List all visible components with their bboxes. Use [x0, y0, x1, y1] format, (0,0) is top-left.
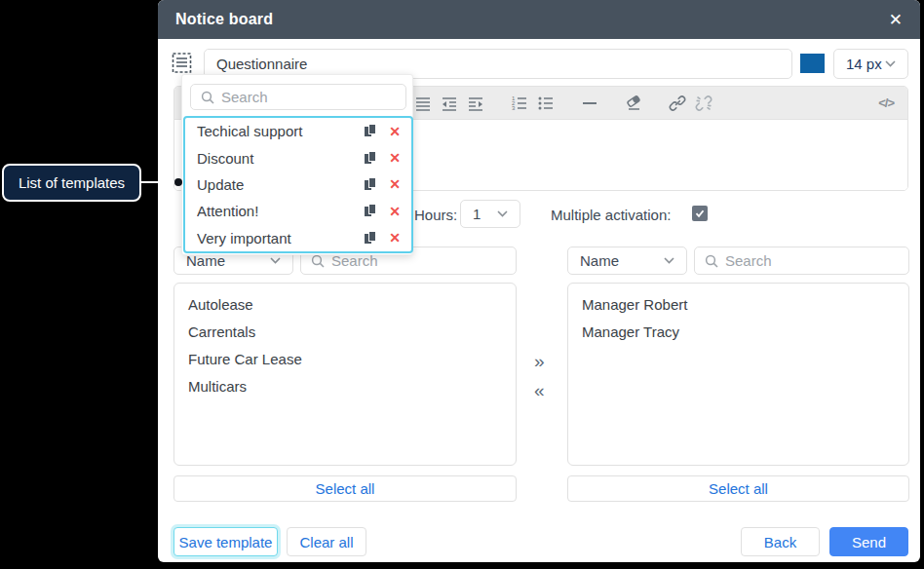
callout-label: List of templates: [19, 174, 125, 191]
managers-list: Manager Robert Manager Tracy: [567, 283, 909, 466]
font-size-value: 14 px: [846, 56, 882, 72]
delete-icon[interactable]: ✕: [389, 125, 401, 138]
template-name: Very important: [197, 230, 365, 247]
ordered-list-icon[interactable]: 123: [511, 95, 528, 112]
right-select-all-button[interactable]: Select all: [567, 475, 909, 502]
list-item[interactable]: Multicars: [174, 373, 516, 400]
move-left-icon[interactable]: «: [534, 381, 545, 399]
list-item[interactable]: Autolease: [174, 291, 516, 319]
callout-connector-dot: [174, 178, 182, 186]
bullet-list-icon[interactable]: [537, 95, 555, 112]
delete-icon[interactable]: ✕: [389, 205, 401, 218]
horizontal-rule-icon[interactable]: [581, 95, 598, 112]
hours-value: 1: [473, 206, 481, 222]
list-item[interactable]: Future Car Lease: [174, 346, 516, 373]
list-item[interactable]: Manager Robert: [568, 291, 908, 319]
companies-list: Autolease Carrentals Future Car Lease Mu…: [173, 283, 517, 466]
copy-icon[interactable]: [365, 178, 376, 191]
text-color-swatch[interactable]: [800, 54, 825, 73]
save-template-button[interactable]: Save template: [173, 527, 278, 556]
template-name: Techical support: [197, 123, 365, 139]
close-icon[interactable]: ✕: [889, 12, 903, 28]
copy-icon[interactable]: [365, 125, 376, 137]
copy-icon[interactable]: [365, 205, 376, 217]
template-row[interactable]: Very important ✕: [185, 225, 411, 251]
templates-search-input[interactable]: [221, 89, 396, 105]
right-search-input[interactable]: [725, 252, 899, 269]
template-row[interactable]: Update ✕: [185, 171, 411, 198]
chevron-down-icon: [497, 210, 508, 217]
font-size-select[interactable]: 14 px: [833, 49, 908, 79]
list-item[interactable]: Carrentals: [174, 319, 516, 346]
hours-select[interactable]: 1: [460, 200, 520, 228]
move-right-icon[interactable]: »: [534, 352, 545, 370]
dialog-header: Notice board ✕: [158, 0, 920, 39]
copy-icon[interactable]: [365, 152, 376, 165]
chevron-down-icon: [270, 257, 281, 264]
delete-icon[interactable]: ✕: [389, 151, 401, 165]
chevron-down-icon: [885, 60, 896, 67]
svg-text:3: 3: [512, 105, 516, 111]
link-icon[interactable]: [669, 95, 686, 112]
templates-list: Techical support ✕ Discount ✕ Update ✕ A…: [183, 116, 413, 253]
search-icon: [705, 254, 718, 268]
list-item[interactable]: Manager Tracy: [568, 319, 908, 346]
search-icon: [311, 254, 325, 268]
template-row[interactable]: Attention! ✕: [185, 198, 411, 224]
right-filter-select[interactable]: Name: [567, 247, 687, 275]
right-filter-value: Name: [580, 252, 619, 269]
clear-all-button[interactable]: Clear all: [287, 527, 366, 556]
left-select-all-button[interactable]: Select all: [173, 475, 517, 502]
search-icon: [201, 91, 214, 104]
back-button[interactable]: Back: [741, 527, 820, 556]
unlink-icon[interactable]: [695, 95, 712, 112]
template-row[interactable]: Techical support ✕: [185, 118, 411, 144]
template-name: Discount: [197, 150, 365, 167]
checkmark-icon: [695, 209, 705, 218]
delete-icon[interactable]: ✕: [389, 177, 401, 191]
notice-board-dialog: Notice board ✕ 14 px: [158, 0, 920, 562]
callout-list-of-templates: List of templates: [2, 164, 141, 202]
right-search[interactable]: [694, 247, 909, 275]
templates-search[interactable]: [190, 84, 406, 110]
templates-dropdown: Techical support ✕ Discount ✕ Update ✕ A…: [181, 74, 413, 255]
copy-icon[interactable]: [365, 232, 376, 245]
chevron-down-icon: [664, 257, 674, 264]
template-name: Attention!: [197, 203, 365, 219]
template-name: Update: [197, 176, 365, 193]
indent-icon[interactable]: [467, 95, 484, 112]
eraser-icon[interactable]: [625, 95, 642, 112]
outdent-icon[interactable]: [441, 95, 458, 112]
dialog-title: Notice board: [175, 11, 273, 28]
align-justify-icon[interactable]: [414, 95, 432, 112]
hours-label: Hours:: [414, 207, 457, 223]
template-row[interactable]: Discount ✕: [185, 144, 411, 171]
multiple-activation-checkbox[interactable]: [692, 206, 708, 221]
multiple-activation-label: Multiple activation:: [551, 207, 671, 223]
callout-connector-line: [141, 181, 175, 183]
send-button[interactable]: Send: [829, 527, 908, 556]
code-view-icon[interactable]: </>: [878, 95, 894, 110]
delete-icon[interactable]: ✕: [389, 231, 401, 245]
